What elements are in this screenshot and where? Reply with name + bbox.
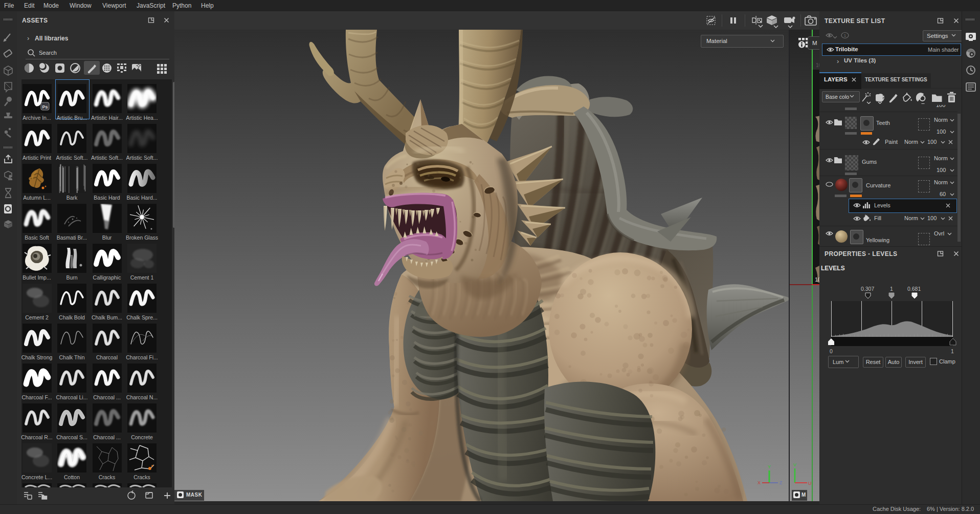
svg-text:X: X [758, 480, 761, 485]
svg-text:U: U [808, 481, 811, 486]
svg-text:Y: Y [768, 464, 771, 469]
svg-text:V: V [793, 462, 796, 467]
svg-text:Ps: Ps [42, 104, 48, 110]
svg-text:Z: Z [779, 480, 783, 485]
svg-text:1: 1 [844, 33, 847, 38]
